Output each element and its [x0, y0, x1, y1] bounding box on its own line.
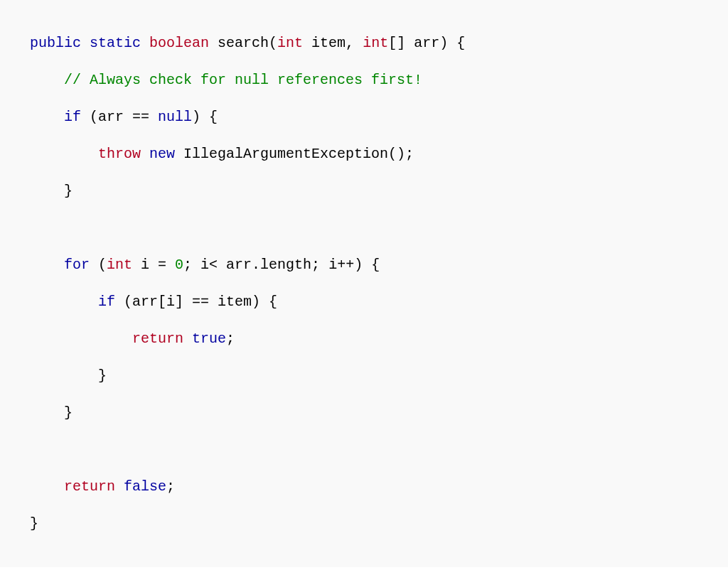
code-line: return false; [0, 478, 728, 496]
code-text: } [98, 367, 107, 384]
keyword-new: new [141, 146, 175, 162]
keyword-return: return [64, 478, 115, 495]
keyword-if: if [98, 294, 115, 310]
code-line: } [0, 367, 728, 385]
code-text: ; [226, 331, 235, 347]
keyword-null: null [158, 109, 192, 125]
code-block: public static boolean search(int item, i… [0, 0, 728, 567]
code-line: if (arr == null) { [0, 108, 728, 127]
code-line: } [0, 515, 728, 533]
keyword-false: false [115, 478, 166, 495]
code-line: if (arr[i] == item) { [0, 293, 728, 311]
code-text: ; [166, 478, 175, 495]
keyword-static: static [90, 35, 141, 51]
code-text: ) { [192, 109, 218, 125]
code-text: ; i< arr.length; i++) { [183, 257, 380, 273]
keyword-return: return [132, 331, 183, 347]
keyword-for: for [64, 257, 90, 273]
type-int: int [107, 257, 132, 273]
keyword-if: if [64, 109, 81, 125]
code-line: // Always check for null references firs… [0, 71, 728, 90]
code-line: return true; [0, 330, 728, 348]
code-text: IllegalArgumentException(); [175, 146, 414, 162]
code-line [0, 441, 728, 459]
code-text: (arr == [81, 109, 158, 125]
number-zero: 0 [175, 257, 183, 273]
code-line: } [0, 404, 728, 422]
code-text: } [64, 183, 73, 199]
code-line: public static boolean search(int item, i… [0, 34, 728, 53]
code-text: ( [90, 257, 107, 273]
code-text: search( [209, 35, 277, 51]
code-text: } [30, 515, 38, 532]
code-text: i = [132, 257, 175, 273]
code-text: (arr[i] == item) { [115, 294, 277, 310]
comment: // Always check for null references firs… [64, 72, 422, 88]
type-boolean: boolean [149, 35, 209, 51]
keyword-throw: throw [98, 146, 141, 162]
code-line [0, 219, 728, 237]
code-line: for (int i = 0; i< arr.length; i++) { [0, 256, 728, 274]
type-int: int [277, 35, 303, 51]
code-line: throw new IllegalArgumentException(); [0, 145, 728, 163]
keyword-true: true [183, 331, 226, 347]
type-int: int [363, 35, 388, 51]
code-text: item, [303, 35, 363, 51]
code-text: } [64, 404, 73, 421]
code-text: [] arr) { [388, 35, 465, 51]
code-line: } [0, 182, 728, 200]
keyword-public: public [30, 35, 81, 51]
